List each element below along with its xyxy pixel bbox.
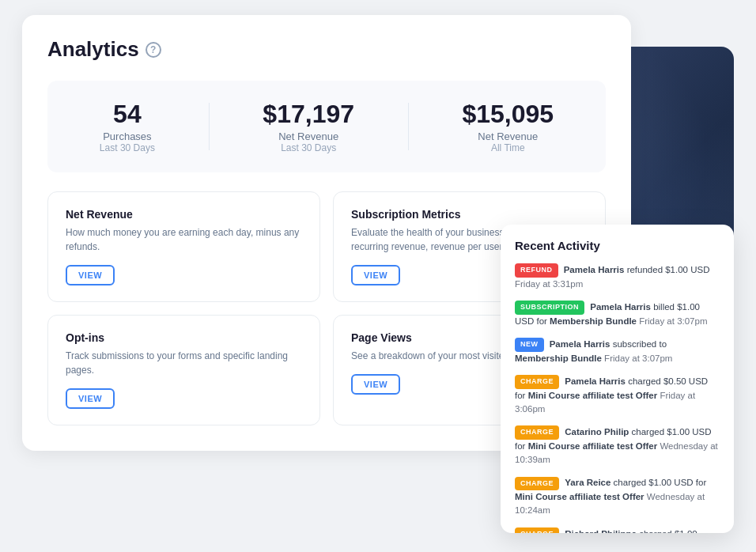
stats-card: 54 Purchases Last 30 Days $17,197 Net Re…	[47, 81, 606, 172]
metric-title-0: Net Revenue	[66, 208, 302, 221]
activity-detail: refunded $1.00 USD	[627, 265, 710, 274]
net-revenue-all-label: Net Revenue	[462, 130, 554, 142]
badge-charge: CHARGE	[515, 375, 559, 389]
activity-name: Pamela Harris	[564, 265, 625, 274]
metric-title-1: Subscription Metrics	[351, 208, 588, 221]
activity-name: Yara Reice	[565, 478, 610, 487]
activity-name: Catarino Philip	[565, 427, 629, 437]
badge-charge: CHARGE	[515, 477, 559, 491]
net-revenue-30-label: Net Revenue	[263, 130, 354, 142]
stat-divider-2	[408, 103, 409, 150]
badge-new: NEW	[515, 338, 544, 352]
activity-time: Friday at 3:07pm	[639, 316, 707, 326]
activity-name: Pamela Harris	[565, 376, 626, 386]
net-revenue-all-sublabel: All Time	[462, 142, 554, 153]
page-title: Analytics	[47, 37, 139, 62]
badge-subscription: SUBSCRIPTION	[515, 301, 584, 315]
net-revenue-all-value: $15,095	[462, 100, 554, 129]
stat-net-revenue-30: $17,197 Net Revenue Last 30 Days	[263, 100, 354, 153]
purchases-value: 54	[100, 100, 155, 129]
help-icon[interactable]: ?	[146, 42, 161, 58]
activity-product: Mini Course affiliate test Offer	[528, 441, 658, 451]
activity-detail: charged $1.00	[639, 529, 697, 533]
activity-product: Membership Bundle	[515, 354, 602, 363]
metric-desc-2: Track submissions to your forms and spec…	[66, 349, 302, 377]
stat-divider-1	[209, 103, 210, 150]
net-revenue-30-value: $17,197	[263, 100, 354, 129]
metric-desc-0: How much money you are earning each day,…	[66, 225, 302, 254]
activity-detail: charged $1.00 USD for	[614, 478, 707, 487]
activity-item: NEW Pamela Harris subscribed to Membersh…	[515, 338, 720, 365]
view-btn-net-revenue[interactable]: VIEW	[66, 265, 115, 285]
activity-title: Recent Activity	[515, 239, 720, 252]
purchases-sublabel: Last 30 Days	[100, 142, 155, 153]
badge-charge: CHARGE	[515, 527, 559, 533]
activity-detail: subscribed to	[613, 339, 667, 349]
activity-name: Richard Philippe	[565, 529, 637, 533]
activity-product: Mini Course affiliate test Offer	[528, 391, 658, 400]
recent-activity-card: Recent Activity REFUND Pamela Harris ref…	[501, 225, 734, 533]
metric-card-net-revenue: Net Revenue How much money you are earni…	[47, 191, 320, 302]
activity-product: Mini Course affiliate test Offer	[515, 492, 644, 501]
metric-title-2: Opt-ins	[66, 331, 302, 344]
activity-name: Pamela Harris	[550, 339, 610, 349]
stat-net-revenue-all: $15,095 Net Revenue All Time	[462, 100, 554, 153]
net-revenue-30-sublabel: Last 30 Days	[263, 142, 354, 153]
activity-time: Friday at 3:31pm	[515, 279, 583, 289]
view-btn-pageviews[interactable]: VIEW	[351, 374, 400, 395]
badge-charge: CHARGE	[515, 425, 559, 440]
purchases-label: Purchases	[100, 130, 155, 142]
activity-item: REFUND Pamela Harris refunded $1.00 USD …	[515, 263, 720, 291]
analytics-header: Analytics ?	[47, 37, 606, 62]
stat-purchases: 54 Purchases Last 30 Days	[100, 100, 155, 153]
activity-item: SUBSCRIPTION Pamela Harris billed $1.00 …	[515, 301, 720, 328]
activity-name: Pamela Harris	[590, 302, 651, 312]
view-btn-optins[interactable]: VIEW	[66, 388, 115, 409]
activity-time: Friday at 3:07pm	[604, 354, 672, 363]
activity-item: CHARGE Richard Philippe charged $1.00	[515, 527, 720, 533]
metric-card-optins: Opt-ins Track submissions to your forms …	[47, 315, 320, 425]
view-btn-subscription[interactable]: VIEW	[351, 265, 400, 285]
activity-item: CHARGE Yara Reice charged $1.00 USD for …	[515, 476, 720, 517]
activity-product: Membership Bundle	[550, 316, 637, 326]
activity-item: CHARGE Catarino Philip charged $1.00 USD…	[515, 425, 720, 467]
activity-item: CHARGE Pamela Harris charged $0.50 USD f…	[515, 375, 720, 416]
badge-refund: REFUND	[515, 263, 558, 278]
